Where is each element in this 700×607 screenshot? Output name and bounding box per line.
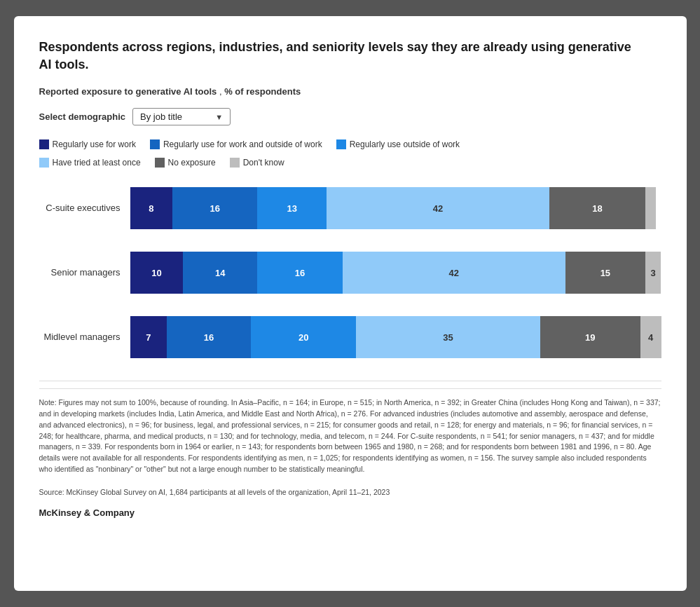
bar-row: Midlevel managers7162035194 (39, 316, 661, 358)
legend-item: Don't know (230, 158, 284, 168)
brand: McKinsey & Company (39, 507, 661, 518)
bar-label: C-suite executives (39, 203, 130, 214)
bar-segment: 14 (183, 252, 257, 294)
legend-label: Regularly use for work (53, 139, 136, 149)
subtitle: Reported exposure to generative AI tools… (39, 86, 661, 97)
main-title: Respondents across regions, industries, … (39, 39, 642, 74)
bar-segment: 19 (540, 316, 640, 358)
bar-segment: 42 (343, 252, 565, 294)
legend-item: No exposure (155, 158, 216, 168)
legend-color-box (39, 139, 49, 149)
legend-color-box (230, 158, 240, 168)
chart-area: C-suite executives816134218Senior manage… (39, 187, 661, 358)
legend-item: Regularly use outside of work (336, 139, 460, 149)
bar-container: 816134218 (130, 187, 661, 229)
bar-segment: 35 (356, 316, 540, 358)
bar-segment: 18 (549, 187, 645, 229)
main-card: Respondents across regions, industries, … (14, 16, 687, 591)
bar-segment: 3 (645, 252, 661, 294)
legend-label: Regularly use outside of work (350, 139, 460, 149)
demographic-row: Select demographic By job title ▼ (39, 108, 661, 125)
legend-item: Regularly use for work and outside of wo… (150, 139, 322, 149)
bar-container: 10141642153 (130, 252, 661, 294)
bar-segment: 7 (130, 316, 167, 358)
source-line: Source: McKinsey Global Survey on AI, 1,… (39, 488, 661, 496)
bar-segment: 42 (327, 187, 549, 229)
bar-row: C-suite executives816134218 (39, 187, 661, 229)
bar-segment: 16 (257, 252, 342, 294)
footnote: Note: Figures may not sum to 100%, becau… (39, 388, 661, 475)
dropdown-value: By job title (140, 111, 182, 122)
legend-color-box (39, 158, 49, 168)
chevron-down-icon: ▼ (215, 113, 223, 121)
bar-row: Senior managers10141642153 (39, 252, 661, 294)
bar-segment: 16 (167, 316, 251, 358)
legend-label: No exposure (168, 158, 216, 168)
legend-item: Have tried at least once (39, 158, 141, 168)
legend-color-box (336, 139, 346, 149)
demographic-label: Select demographic (39, 111, 126, 122)
bar-segment: 15 (565, 252, 645, 294)
subtitle-text: Reported exposure to generative AI tools (39, 86, 217, 97)
bar-segment: 4 (640, 316, 661, 358)
bar-segment (645, 187, 656, 229)
legend-label: Have tried at least once (53, 158, 141, 168)
bar-segment: 13 (257, 187, 327, 229)
legend-color-box (150, 139, 160, 149)
demographic-dropdown[interactable]: By job title ▼ (132, 108, 231, 125)
legend-label: Regularly use for work and outside of wo… (163, 139, 322, 149)
legend-color-box (155, 158, 165, 168)
subtitle-unit: % of respondents (224, 86, 301, 97)
bar-label: Midlevel managers (39, 332, 130, 343)
legend-label: Don't know (243, 158, 284, 168)
bar-container: 7162035194 (130, 316, 661, 358)
divider (39, 381, 661, 381)
legend: Regularly use for workRegularly use for … (39, 139, 661, 168)
bar-segment: 16 (172, 187, 257, 229)
bar-label: Senior managers (39, 267, 130, 279)
bar-segment: 10 (130, 252, 184, 294)
legend-item: Regularly use for work (39, 139, 136, 149)
bar-segment: 20 (251, 316, 356, 358)
bar-segment: 8 (130, 187, 173, 229)
